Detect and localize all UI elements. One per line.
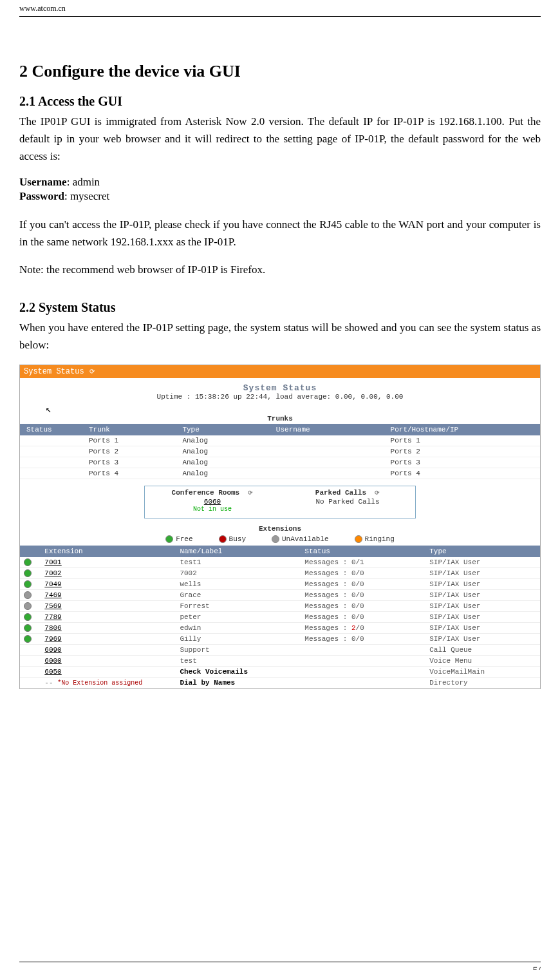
col-status: Status [301,546,425,557]
table-row: 6000testVoice Menu [20,656,540,667]
extensions-table: Extension Name/Label Status Type 7001tes… [20,546,540,689]
col-porthost: Port/Hostname/IP [384,424,540,435]
conference-panel: Conference Rooms ⟳ 6060 Not in use [145,486,280,518]
p-access: The IP01P GUI is immigrated from Asteris… [19,113,541,166]
legend: Free Busy UnAvailable Ringing [20,535,540,543]
col-trunk: Trunk [82,424,176,435]
table-row: 7969GillyMessages : 0/0SIP/IAX User [20,634,540,645]
extension-link[interactable]: 7001 [44,558,61,566]
refresh-icon[interactable]: ⟳ [248,490,253,497]
table-row: 7789peterMessages : 0/0SIP/IAX User [20,612,540,623]
conference-number[interactable]: 6060 [145,498,280,506]
uptime-text: Uptime : 15:38:26 up 22:44, load average… [20,393,540,401]
extension-link[interactable]: 7806 [44,624,61,632]
extension-link[interactable]: 7569 [44,602,61,610]
titlebar-text: System Status [24,367,84,376]
page-number: 5/ [533,965,541,970]
trunks-label: Trunks [20,415,540,423]
system-status-screenshot: System Status ⟳ System Status Uptime : 1… [19,365,541,690]
table-row: 6050Check VoicemailsVoiceMailMain [20,667,540,678]
page-header: www.atcom.cn [19,0,541,17]
username-line: Username: admin [19,176,541,189]
h2-access: 2.1 Access the GUI [19,94,541,109]
p-status: When you have entered the IP-01P setting… [19,319,541,354]
table-row: 70027002Messages : 0/0SIP/IAX User [20,567,540,578]
table-row: -- *No Extension assignedDial by NamesDi… [20,678,540,689]
p-note: Note: the recommend web browser of IP-01… [19,261,541,278]
legend-free: Free [165,535,192,543]
table-row: 7569ForrestMessages : 0/0SIP/IAX User [20,600,540,611]
table-row: Ports 2AnalogPorts 2 [20,446,540,457]
username-value: : admin [67,176,100,188]
extension-link[interactable]: 7049 [44,580,61,588]
extension-link[interactable]: 6090 [44,646,61,654]
parked-panel: Parked Calls ⟳ No Parked Calls [280,486,415,518]
legend-unavailable: UnAvailable [272,535,329,543]
screenshot-titlebar: System Status ⟳ [20,365,540,378]
conference-title: Conference Rooms [172,489,240,497]
table-row: Ports 1AnalogPorts 1 [20,435,540,446]
refresh-icon[interactable]: ⟳ [89,368,95,376]
password-label: Password [19,190,64,202]
col-type: Type [425,546,540,557]
parked-status: No Parked Calls [280,498,415,506]
table-row: Ports 3AnalogPorts 3 [20,457,540,468]
extension-link[interactable]: 6050 [44,668,61,676]
legend-busy: Busy [219,535,246,543]
extensions-label: Extensions [20,525,540,533]
mid-panels: Conference Rooms ⟳ 6060 Not in use Parke… [144,486,416,518]
col-type: Type [176,424,269,435]
refresh-icon[interactable]: ⟳ [375,490,380,497]
extension-link[interactable]: 7969 [44,635,61,643]
extension-link[interactable]: 7789 [44,613,61,621]
h2-status: 2.2 System Status [19,300,541,315]
extension-link[interactable]: 7002 [44,569,61,577]
h1: 2 Configure the device via GUI [19,62,541,81]
table-row: 7049wellsMessages : 0/0SIP/IAX User [20,578,540,589]
table-row: 7469GraceMessages : 0/0SIP/IAX User [20,589,540,600]
username-label: Username [19,176,67,188]
table-row: Ports 4AnalogPorts 4 [20,468,540,479]
col-status: Status [20,424,82,435]
system-status-heading: System Status [20,383,540,393]
trunks-table: Status Trunk Type Username Port/Hostname… [20,424,540,479]
col-extension: Extension [41,546,176,557]
table-row: 7001test1Messages : 0/1SIP/IAX User [20,557,540,568]
col-name: Name/Label [176,546,301,557]
table-row: 7806edwinMessages : 2/0SIP/IAX User [20,623,540,634]
conference-status: Not in use [145,506,280,513]
extension-link[interactable]: 7469 [44,591,61,599]
p-rj45: If you can't access the IP-01P, please c… [19,216,541,251]
header-url: www.atcom.cn [19,4,66,13]
password-value: : mysecret [64,190,109,202]
password-line: Password: mysecret [19,190,541,203]
legend-ringing: Ringing [355,535,395,543]
page-footer: 5/ [19,962,541,970]
table-row: 6090SupportCall Queue [20,645,540,656]
cursor-icon: ↖ [46,403,560,414]
parked-title: Parked Calls [315,489,366,497]
col-username: Username [270,424,384,435]
extension-link[interactable]: 6000 [44,657,61,665]
